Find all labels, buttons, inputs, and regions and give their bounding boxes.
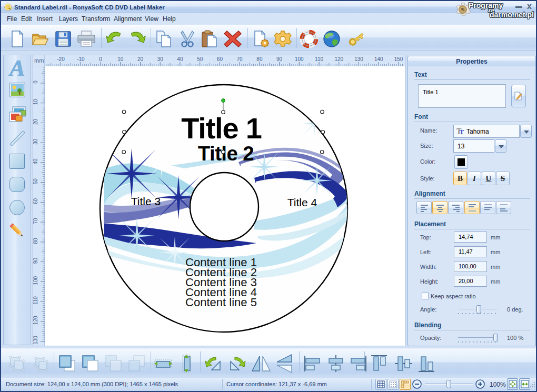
svg-text:90: 90 (33, 258, 38, 264)
svg-text:120: 120 (334, 56, 343, 62)
svg-text:140: 140 (374, 56, 383, 62)
svg-text:100: 100 (295, 56, 304, 62)
svg-text:10: 10 (117, 56, 124, 62)
svg-text:30: 30 (33, 138, 38, 145)
svg-text:100: 100 (33, 276, 38, 285)
svg-text:30: 30 (157, 56, 164, 62)
svg-text:70: 70 (33, 218, 38, 224)
svg-text:150: 150 (394, 56, 403, 62)
svg-text:110: 110 (33, 296, 38, 305)
svg-text:90: 90 (276, 56, 283, 62)
svg-text:60: 60 (217, 56, 223, 62)
svg-text:-20: -20 (57, 56, 65, 62)
svg-text:-10: -10 (77, 56, 85, 62)
svg-text:Title 2: Title 2 (198, 142, 254, 165)
svg-text:80: 80 (256, 56, 263, 62)
svg-text:120: 120 (33, 316, 38, 325)
svg-text:Content line 5: Content line 5 (185, 296, 257, 309)
svg-text:50: 50 (197, 56, 203, 62)
svg-text:130: 130 (33, 336, 38, 345)
svg-text:40: 40 (177, 56, 183, 62)
svg-text:Title 1: Title 1 (181, 112, 261, 145)
svg-text:70: 70 (237, 56, 243, 62)
svg-text:0: 0 (99, 56, 102, 62)
svg-text:110: 110 (315, 56, 323, 62)
svg-text:%: % (461, 7, 464, 12)
svg-text:0: 0 (33, 81, 38, 84)
svg-text:130: 130 (354, 56, 363, 62)
svg-text:50: 50 (33, 178, 38, 185)
svg-text:20: 20 (137, 56, 144, 62)
svg-text:80: 80 (33, 238, 38, 244)
svg-text:60: 60 (33, 198, 38, 204)
svg-text:Title 3: Title 3 (131, 195, 161, 207)
svg-text:40: 40 (33, 158, 38, 165)
svg-text:10: 10 (33, 99, 38, 105)
svg-text:20: 20 (33, 119, 38, 125)
svg-text:Title 4: Title 4 (287, 196, 317, 208)
